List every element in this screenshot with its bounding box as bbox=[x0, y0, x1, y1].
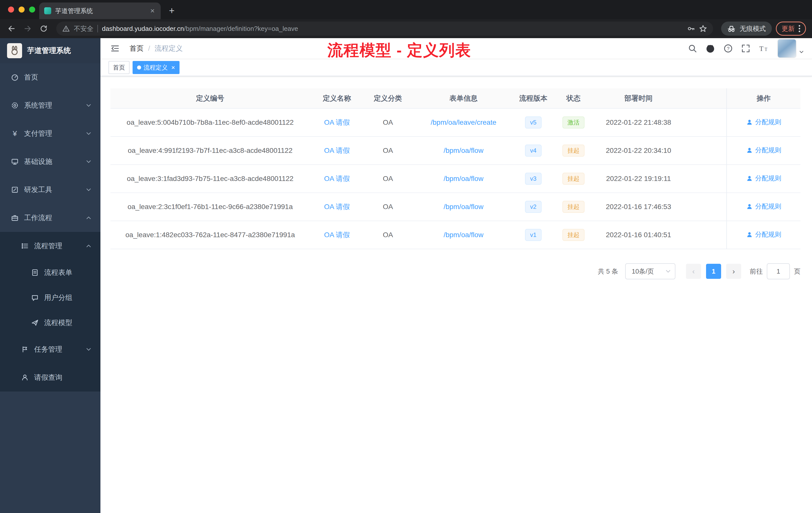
form-link[interactable]: /bpm/oa/flow bbox=[444, 147, 484, 154]
tab-close-icon[interactable]: × bbox=[149, 6, 156, 15]
definition-name-link[interactable]: OA 请假 bbox=[324, 118, 350, 126]
page-number-current[interactable]: 1 bbox=[706, 264, 721, 279]
status-badge: 挂起 bbox=[562, 173, 584, 185]
annotation-overlay: 流程模型 - 定义列表 bbox=[327, 40, 471, 61]
security-label: 不安全 bbox=[74, 24, 93, 33]
form-link[interactable]: /bpm/oa/leave/create bbox=[431, 118, 496, 126]
form-link[interactable]: /bpm/oa/flow bbox=[444, 175, 484, 182]
definition-category: OA bbox=[364, 193, 412, 221]
url-text: dashboard.yudao.iocoder.cn/bpm/manager/d… bbox=[102, 25, 298, 33]
tag-home[interactable]: 首页 bbox=[109, 61, 129, 74]
url-bar[interactable]: 不安全 dashboard.yudao.iocoder.cn/bpm/manag… bbox=[56, 22, 713, 36]
version-tag: v3 bbox=[525, 173, 541, 185]
breadcrumb: 首页 / 流程定义 bbox=[129, 44, 183, 53]
sidebar-item-payment-mgmt[interactable]: ¥ 支付管理 bbox=[0, 119, 100, 148]
sidebar-item-infrastructure[interactable]: 基础设施 bbox=[0, 148, 100, 176]
definition-name-link[interactable]: OA 请假 bbox=[324, 147, 350, 154]
help-icon[interactable]: ? bbox=[724, 44, 733, 53]
browser-tab-bar: 芋道管理系统 × + bbox=[0, 0, 812, 19]
svg-text:T: T bbox=[759, 45, 763, 53]
bookmark-star-icon[interactable] bbox=[699, 25, 707, 33]
chevron-up-icon bbox=[86, 244, 91, 248]
chevron-down-icon bbox=[86, 188, 91, 192]
prev-page-button[interactable]: ‹ bbox=[686, 264, 701, 279]
deploy-time: 2022-01-16 01:40:51 bbox=[596, 221, 682, 249]
github-icon[interactable] bbox=[705, 44, 715, 53]
list-icon bbox=[21, 242, 29, 250]
browser-menu-icon[interactable] bbox=[799, 25, 800, 32]
tab-title: 芋道管理系统 bbox=[55, 7, 145, 15]
definition-id: oa_leave:4:991f2193-7b7f-11ec-a3c8-acde4… bbox=[111, 137, 310, 164]
form-link[interactable]: /bpm/oa/flow bbox=[444, 231, 484, 239]
col-form-info: 表单信息 bbox=[412, 88, 515, 109]
definition-id: oa_leave:5:004b710b-7b8a-11ec-8ef0-acde4… bbox=[111, 109, 310, 137]
fullscreen-icon[interactable] bbox=[741, 44, 750, 53]
sidebar-item-system-mgmt[interactable]: 系统管理 bbox=[0, 91, 100, 119]
tag-process-definition[interactable]: 流程定义 × bbox=[133, 61, 179, 74]
definition-category: OA bbox=[364, 137, 412, 164]
font-size-icon[interactable]: TT bbox=[759, 44, 769, 53]
definition-category: OA bbox=[364, 164, 412, 193]
breadcrumb-home[interactable]: 首页 bbox=[129, 44, 144, 53]
assign-rule-button[interactable]: 分配规则 bbox=[746, 202, 781, 211]
chevron-down-icon bbox=[86, 103, 91, 108]
workflow-icon bbox=[11, 214, 19, 221]
reload-icon[interactable] bbox=[36, 21, 51, 36]
page-unit-label: 页 bbox=[794, 267, 801, 276]
browser-tab[interactable]: 芋道管理系统 × bbox=[39, 2, 161, 19]
definition-name-link[interactable]: OA 请假 bbox=[324, 231, 350, 239]
sidebar-item-process-mgmt[interactable]: 流程管理 bbox=[0, 232, 100, 260]
assign-rule-button[interactable]: 分配规则 bbox=[746, 230, 781, 239]
zoom-window-button[interactable] bbox=[29, 6, 35, 12]
tag-close-icon[interactable]: × bbox=[171, 64, 175, 71]
tags-view: 首页 流程定义 × bbox=[100, 59, 812, 76]
sidebar-item-leave-query[interactable]: 请假查询 bbox=[0, 363, 100, 392]
chevron-down-icon bbox=[86, 160, 91, 163]
yen-icon: ¥ bbox=[11, 129, 19, 138]
back-icon[interactable] bbox=[4, 21, 19, 36]
table-row: oa_leave:3:1fad3d93-7b75-11ec-a3c8-acde4… bbox=[111, 164, 801, 193]
version-tag: v5 bbox=[525, 117, 541, 128]
caret-down-icon bbox=[799, 50, 804, 54]
next-page-button[interactable]: › bbox=[726, 264, 741, 279]
form-link[interactable]: /bpm/oa/flow bbox=[444, 203, 484, 211]
update-label: 更新 bbox=[782, 24, 795, 33]
pagination-total: 共 5 条 bbox=[598, 267, 618, 276]
sidebar-item-dev-tools[interactable]: 研发工具 bbox=[0, 176, 100, 204]
sidebar-item-task-mgmt[interactable]: 任务管理 bbox=[0, 335, 100, 363]
user-menu[interactable] bbox=[777, 39, 804, 58]
sidebar-collapse-icon[interactable] bbox=[109, 44, 121, 53]
sidebar-item-process-form[interactable]: 流程表单 bbox=[0, 260, 100, 285]
status-badge: 挂起 bbox=[562, 145, 584, 157]
page-size-select[interactable]: 10条/页 bbox=[625, 263, 675, 279]
app-logo-row[interactable]: 芋道管理系统 bbox=[0, 38, 100, 63]
svg-text:?: ? bbox=[727, 46, 730, 51]
sidebar-item-user-group[interactable]: 用户分组 bbox=[0, 285, 100, 310]
sidebar-item-process-model[interactable]: 流程模型 bbox=[0, 310, 100, 335]
assign-rule-button[interactable]: 分配规则 bbox=[746, 146, 781, 155]
minimize-window-button[interactable] bbox=[19, 6, 25, 12]
deploy-time: 2022-01-22 19:19:11 bbox=[596, 164, 682, 193]
search-icon[interactable] bbox=[688, 44, 697, 53]
assign-rule-button[interactable]: 分配规则 bbox=[746, 174, 781, 183]
close-window-button[interactable] bbox=[8, 6, 14, 12]
definition-name-link[interactable]: OA 请假 bbox=[324, 203, 350, 211]
browser-update-button[interactable]: 更新 bbox=[776, 22, 806, 36]
goto-page-input[interactable] bbox=[767, 263, 790, 279]
password-key-icon[interactable] bbox=[687, 25, 695, 33]
sidebar: 芋道管理系统 首页 系统管理 ¥ 支付管理 基础设施 bbox=[0, 38, 100, 513]
avatar[interactable] bbox=[777, 39, 796, 58]
table-header-row: 定义编号 定义名称 定义分类 表单信息 流程版本 状态 部署时间 操作 bbox=[111, 88, 801, 109]
omnibox-separator bbox=[97, 25, 98, 32]
person-icon bbox=[746, 232, 753, 238]
pagination: 共 5 条 10条/页 ‹ 1 › 前往 页 bbox=[111, 263, 801, 279]
assign-rule-button[interactable]: 分配规则 bbox=[746, 118, 781, 126]
definition-category: OA bbox=[364, 109, 412, 137]
sidebar-item-workflow[interactable]: 工作流程 bbox=[0, 204, 100, 232]
sidebar-item-home[interactable]: 首页 bbox=[0, 63, 100, 91]
chevron-up-icon bbox=[86, 216, 91, 220]
screen: 芋道管理系统 × + 不安全 dashboard.yudao.iocoder.c… bbox=[0, 0, 812, 513]
definition-name-link[interactable]: OA 请假 bbox=[324, 175, 350, 182]
new-tab-button[interactable]: + bbox=[166, 5, 178, 16]
forward-icon[interactable] bbox=[20, 21, 35, 36]
